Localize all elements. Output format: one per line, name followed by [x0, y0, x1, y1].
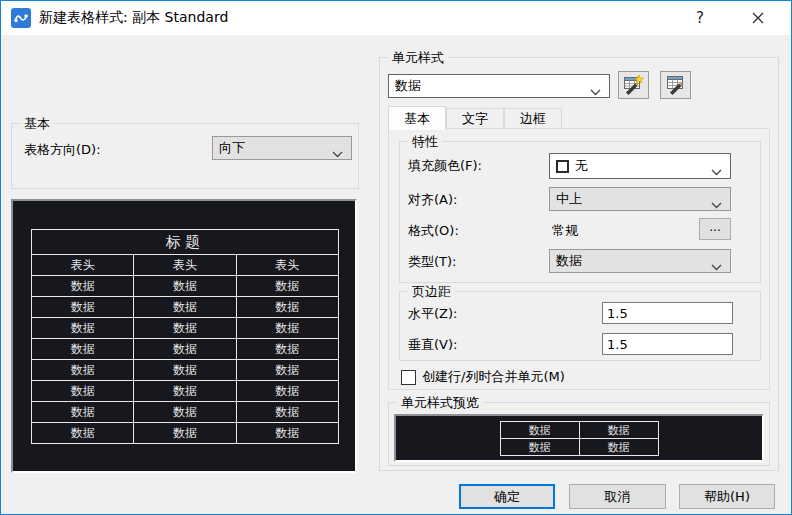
- cell-style-preview-cell: 数据: [500, 422, 579, 439]
- properties-group: 特性 填充颜色(F): 无 对齐(A): 中上 格式(O):: [399, 141, 761, 283]
- preview-data-cell: 数据: [236, 297, 338, 318]
- type-label: 类型(T):: [408, 253, 456, 271]
- merge-cells-checkbox-row: 创建行/列时合并单元(M): [401, 368, 565, 386]
- ok-button[interactable]: 确定: [459, 484, 555, 509]
- no-color-swatch: [556, 160, 569, 173]
- app-icon: [11, 8, 31, 28]
- preview-data-cell: 数据: [134, 339, 236, 360]
- table-direction-select[interactable]: 向下: [212, 136, 352, 160]
- preview-data-cell: 数据: [236, 423, 338, 444]
- basic-group-label: 基本: [20, 115, 54, 132]
- tab-basic-pane: 特性 填充颜色(F): 无 对齐(A): 中上 格式(O):: [388, 128, 770, 390]
- create-cell-style-button[interactable]: [618, 71, 649, 99]
- fill-color-label: 填充颜色(F):: [408, 157, 482, 175]
- preview-data-cell: 数据: [236, 402, 338, 423]
- format-value: 常规: [552, 222, 578, 240]
- manage-cell-styles-button[interactable]: [660, 71, 691, 99]
- cell-style-preview-group: 单元样式预览 数据数据数据数据: [388, 402, 770, 466]
- preview-data-cell: 数据: [236, 381, 338, 402]
- merge-cells-label: 创建行/列时合并单元(M): [422, 368, 565, 386]
- merge-cells-checkbox[interactable]: [401, 370, 416, 385]
- tab-text[interactable]: 文字: [446, 108, 504, 129]
- cell-style-preview-panel: 数据数据数据数据: [394, 414, 764, 462]
- preview-header-cell: 表头: [236, 255, 338, 276]
- preview-data-cell: 数据: [236, 360, 338, 381]
- cell-style-group-label: 单元样式: [388, 49, 448, 66]
- type-select[interactable]: 数据: [549, 249, 731, 273]
- preview-data-cell: 数据: [32, 297, 134, 318]
- new-table-style-dialog: 新建表格样式: 副本 Standard ? 基本 表格方向(D): 向下 标题表…: [0, 0, 792, 515]
- margins-group: 页边距 水平(Z): 垂直(V):: [399, 291, 761, 361]
- preview-data-cell: 数据: [236, 339, 338, 360]
- alignment-select[interactable]: 中上: [549, 187, 731, 211]
- preview-header-cell: 表头: [134, 255, 236, 276]
- preview-table: 标题表头表头表头数据数据数据数据数据数据数据数据数据数据数据数据数据数据数据数据…: [31, 229, 339, 444]
- preview-data-cell: 数据: [32, 318, 134, 339]
- preview-data-cell: 数据: [32, 381, 134, 402]
- vertical-margin-input[interactable]: [602, 333, 733, 355]
- tab-border[interactable]: 边框: [504, 108, 562, 129]
- preview-data-cell: 数据: [32, 402, 134, 423]
- preview-data-cell: 数据: [236, 318, 338, 339]
- preview-data-cell: 数据: [134, 423, 236, 444]
- preview-data-cell: 数据: [32, 423, 134, 444]
- chevron-down-icon: [590, 84, 601, 99]
- chevron-down-icon: [711, 259, 722, 274]
- table-style-preview-panel: 标题表头表头表头数据数据数据数据数据数据数据数据数据数据数据数据数据数据数据数据…: [11, 199, 357, 473]
- margins-group-label: 页边距: [408, 283, 455, 300]
- help-titlebar-button[interactable]: ?: [677, 1, 723, 34]
- tab-basic[interactable]: 基本: [388, 106, 446, 130]
- vertical-margin-label: 垂直(V):: [408, 336, 457, 354]
- preview-header-cell: 表头: [32, 255, 134, 276]
- preview-data-cell: 数据: [134, 297, 236, 318]
- preview-title-cell: 标题: [32, 230, 339, 255]
- cell-style-tabs: 基本 文字 边框: [388, 104, 562, 129]
- chevron-down-icon: [711, 197, 722, 212]
- cell-style-group: 单元样式 数据: [379, 57, 779, 471]
- cancel-button[interactable]: 取消: [569, 484, 666, 509]
- fill-color-select[interactable]: 无: [549, 153, 731, 179]
- preview-data-cell: 数据: [134, 360, 236, 381]
- format-label: 格式(O):: [408, 222, 459, 240]
- close-icon[interactable]: [735, 1, 781, 34]
- cell-style-preview-label: 单元样式预览: [397, 394, 483, 411]
- preview-data-cell: 数据: [32, 360, 134, 381]
- cell-style-preview-cell: 数据: [579, 422, 658, 439]
- format-ellipsis-button[interactable]: ...: [699, 218, 731, 240]
- alignment-label: 对齐(A):: [408, 191, 457, 209]
- properties-group-label: 特性: [408, 133, 442, 150]
- chevron-down-icon: [332, 146, 343, 161]
- edit-table-style-icon: [664, 74, 688, 96]
- help-button[interactable]: 帮助(H): [679, 484, 775, 509]
- new-table-style-icon: [622, 74, 646, 96]
- preview-data-cell: 数据: [32, 276, 134, 297]
- window-title: 新建表格样式: 副本 Standard: [39, 9, 228, 27]
- preview-data-cell: 数据: [134, 318, 236, 339]
- preview-data-cell: 数据: [134, 402, 236, 423]
- horizontal-margin-input[interactable]: [602, 302, 733, 324]
- cell-style-select[interactable]: 数据: [388, 74, 610, 98]
- cell-style-preview-cell: 数据: [500, 439, 579, 456]
- title-bar: 新建表格样式: 副本 Standard ?: [1, 1, 791, 35]
- basic-group: 基本 表格方向(D): 向下: [11, 123, 359, 189]
- preview-data-cell: 数据: [32, 339, 134, 360]
- preview-data-cell: 数据: [134, 381, 236, 402]
- table-direction-label: 表格方向(D):: [24, 141, 101, 159]
- preview-data-cell: 数据: [134, 276, 236, 297]
- cell-style-preview-table: 数据数据数据数据: [500, 421, 659, 456]
- chevron-down-icon: [711, 164, 722, 179]
- horizontal-margin-label: 水平(Z):: [408, 305, 457, 323]
- cell-style-preview-cell: 数据: [579, 439, 658, 456]
- preview-data-cell: 数据: [236, 276, 338, 297]
